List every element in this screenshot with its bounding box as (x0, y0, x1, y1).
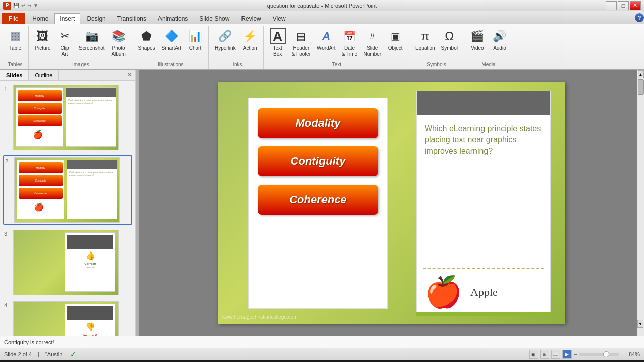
ribbon-tabs: File Home Insert Design Transitions Anim… (0, 11, 644, 24)
tab-file[interactable]: File (2, 13, 25, 24)
reading-view-btn[interactable]: 📖 (551, 350, 560, 359)
thumb-2-btn2: Contiguity (19, 175, 63, 186)
maximize-button[interactable]: □ (618, 1, 629, 10)
scrollbar-down-btn[interactable]: ▼ (637, 320, 643, 328)
quick-access-save[interactable]: 💾 (13, 3, 19, 8)
slide-thumb-2[interactable]: 2 Modality Contiguity Coherence 🍎 Which … (3, 155, 132, 225)
thumb-2-btn1: Modality (19, 162, 63, 173)
hyperlink-icon: 🔗 (217, 28, 233, 44)
shapes-button[interactable]: ⬟ Shapes (136, 27, 157, 52)
table-button[interactable]: Table (5, 27, 25, 52)
theme-name-close-quote: " (62, 351, 64, 357)
apple-area: 🍎 Apple (417, 269, 550, 315)
scrollbar-up-btn[interactable]: ▲ (638, 70, 644, 78)
tab-animations[interactable]: Animations (152, 13, 193, 24)
close-button[interactable]: ✕ (630, 1, 641, 10)
header-footer-icon: ▤ (293, 28, 309, 44)
audio-label: Audio (493, 45, 506, 51)
tables-group-label: Tables (8, 62, 23, 68)
textbox-button[interactable]: A TextBox (268, 27, 288, 58)
audio-button[interactable]: 🔊 Audio (490, 27, 510, 52)
video-button[interactable]: 🎬 Video (467, 27, 488, 52)
equation-button[interactable]: π Equation (413, 27, 437, 52)
apple-image: 🍎 (425, 277, 462, 307)
answer-button-contiguity[interactable]: Contiguity (258, 146, 378, 176)
screenshot-button[interactable]: 📷 Screenshot (77, 27, 107, 52)
slide-panel-tabs: Slides Outline ✕ (0, 70, 135, 81)
slide-canvas: Modality Contiguity Coherence Which eLea… (218, 82, 565, 324)
separator1: | (38, 351, 39, 357)
slideshow-view-btn[interactable]: ▶ (562, 350, 572, 359)
photo-album-button[interactable]: 📚 PhotoAlbum (109, 27, 129, 58)
video-label: Video (471, 45, 484, 51)
shapes-label: Shapes (138, 45, 155, 51)
table-label: Table (9, 45, 21, 51)
symbol-button[interactable]: Ω Symbol (439, 27, 460, 52)
scrollbar-thumb[interactable] (638, 79, 644, 95)
tab-outline[interactable]: Outline (29, 70, 59, 80)
action-icon: ⚡ (242, 28, 258, 44)
picture-label: Picture (35, 45, 50, 51)
ribbon-group-tables: Table Tables (2, 26, 29, 69)
tab-transitions[interactable]: Transitions (112, 13, 152, 24)
zoom-minus[interactable]: − (574, 351, 577, 358)
slide-preview-4: 👎 Incorrect! The Contiguity Principle st… (13, 301, 119, 336)
smartart-button[interactable]: 🔷 SmartArt (159, 27, 183, 52)
answer-button-coherence[interactable]: Coherence (258, 185, 378, 215)
slide-thumb-3[interactable]: 3 👍 Correct! Great Job! (3, 229, 132, 296)
object-button[interactable]: ▣ Object (385, 27, 406, 52)
chart-button[interactable]: 📊 Chart (185, 27, 205, 52)
tab-home[interactable]: Home (27, 13, 54, 24)
thumb-2-btn3: Coherence (19, 188, 63, 199)
canvas-scrollbar[interactable]: ▲ ▼ (637, 70, 644, 336)
object-icon: ▣ (387, 28, 404, 44)
normal-view-btn[interactable]: ▣ (529, 350, 538, 359)
action-button[interactable]: ⚡ Action (240, 27, 260, 52)
tab-review[interactable]: Review (235, 13, 266, 24)
zoom-plus[interactable]: + (621, 351, 625, 358)
slide-panel: Slides Outline ✕ 1 Modality Contiguity C… (0, 70, 136, 336)
ribbon-group-links: 🔗 Hyperlink ⚡ Action Links (210, 26, 264, 69)
zoom-thumb[interactable] (603, 351, 609, 357)
minimize-button[interactable]: ─ (606, 1, 617, 10)
zoom-area: − + 84% (574, 351, 640, 358)
tab-slides[interactable]: Slides (0, 70, 29, 80)
quick-access-undo[interactable]: ↩ (21, 3, 25, 8)
slide-count: Slide 2 of 4 (4, 351, 32, 357)
tab-view[interactable]: View (267, 13, 291, 24)
slide-thumb-4[interactable]: 4 👎 Incorrect! The Contiguity Principle … (3, 300, 132, 336)
slide-num-3: 3 (4, 230, 10, 237)
clip-art-button[interactable]: ✂ ClipArt (55, 27, 75, 58)
tab-design[interactable]: Design (81, 13, 111, 24)
slide-sorter-btn[interactable]: ⊞ (540, 350, 549, 359)
quick-access-redo[interactable]: ↪ (27, 3, 31, 8)
wordart-button[interactable]: A WordArt (315, 27, 338, 52)
slide-thumb-1[interactable]: 1 Modality Contiguity Coherence 🍎 Which … (3, 84, 132, 151)
date-time-button[interactable]: 📅 Date& Time (340, 27, 360, 58)
slide-preview-1: Modality Contiguity Coherence 🍎 Which eL… (13, 85, 119, 150)
help-button[interactable]: ? (635, 13, 644, 22)
hyperlink-button[interactable]: 🔗 Hyperlink (213, 27, 238, 52)
thumb-3-thumbup: 👍 (85, 251, 95, 260)
picture-button[interactable]: 🖼 Picture (33, 27, 53, 52)
tab-insert[interactable]: Insert (54, 13, 80, 24)
header-footer-button[interactable]: ▤ Header& Footer (290, 27, 313, 58)
answer-button-modality[interactable]: Modality (258, 108, 378, 138)
slide-num-2: 2 (5, 157, 11, 164)
view-buttons: ▣ ⊞ 📖 ▶ − + 84% (529, 350, 640, 359)
ribbon: Table Tables 🖼 Picture ✂ ClipArt 📷 Scree… (0, 24, 644, 70)
equation-label: Equation (415, 45, 435, 51)
slide-panel-close[interactable]: ✕ (124, 70, 135, 80)
quick-access-more[interactable]: ▼ (33, 3, 38, 8)
window-title: question for captivate - Microsoft Power… (267, 3, 377, 9)
table-icon (7, 28, 23, 44)
screenshot-icon: 📷 (84, 28, 100, 44)
thumb-4-thumbdown: 👎 (85, 322, 95, 332)
slide-number-button[interactable]: # SlideNumber (362, 27, 384, 58)
thumb-1-left: Modality Contiguity Coherence 🍎 (16, 87, 63, 147)
shapes-icon: ⬟ (139, 28, 155, 44)
thumb-2-question: Which eLearning principle states placing… (67, 169, 117, 178)
zoom-slider[interactable] (579, 353, 619, 356)
ribbon-group-media: 🎬 Video 🔊 Audio Media (464, 26, 513, 69)
tab-slideshow[interactable]: Slide Show (194, 13, 235, 24)
